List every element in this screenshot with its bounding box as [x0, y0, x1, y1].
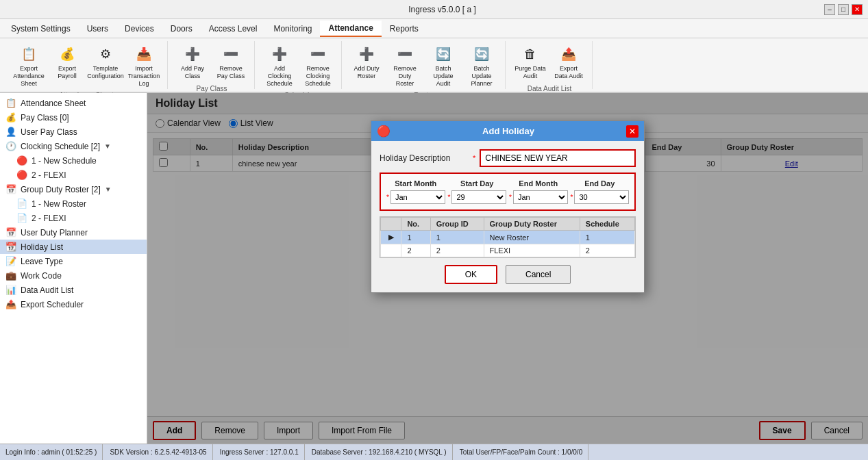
toolbar-group-label: Data Audit List	[528, 85, 571, 92]
sidebar-icon-attendance-sheet: 📋	[5, 98, 16, 108]
sidebar-item-export-scheduler[interactable]: 📤Export Scheduler	[0, 297, 147, 311]
menubar-item-devices[interactable]: Devices	[116, 21, 162, 36]
sidebar-item-clocking-2[interactable]: 🔴2 - FLEXI	[0, 168, 147, 182]
export-data-audit-button[interactable]: 📤ExportData Audit	[551, 41, 586, 84]
purge-data-audit-button[interactable]: 🗑Purge DataAudit	[512, 41, 548, 84]
sidebar-icon-export-scheduler: 📤	[5, 299, 16, 309]
import-transaction-icon: 📥	[134, 44, 153, 64]
export-payroll-button[interactable]: 💰ExportPayroll	[49, 41, 85, 90]
sidebar-item-roster-2[interactable]: 📄2 - FLEXI	[0, 211, 147, 225]
batch-update-planner-button[interactable]: 🔄Batch UpdatePlanner	[464, 41, 499, 90]
sidebar-icon-work-code: 💼	[5, 270, 16, 281]
menubar: System SettingsUsersDevicesDoorsAccess L…	[0, 19, 868, 38]
sidebar-label-work-code: Work Code	[21, 271, 62, 281]
sidebar-item-holiday-list[interactable]: 📆Holiday List	[0, 240, 147, 254]
inner-col-no: No.	[401, 218, 430, 231]
modal-dialog: 🔴 Add Holiday ✕ Holiday Description *	[371, 120, 645, 293]
modal-overlay: 🔴 Add Holiday ✕ Holiday Description *	[147, 93, 868, 444]
toolbar: 📋ExportAttendance Sheet💰ExportPayroll⚙Te…	[0, 38, 868, 93]
sidebar-icon-pay-class: 💰	[5, 112, 16, 123]
sidebar-item-pay-class[interactable]: 💰Pay Class [0]	[0, 110, 147, 125]
description-asterisk: *	[473, 154, 475, 162]
menubar-item-reports[interactable]: Reports	[382, 21, 427, 36]
close-button[interactable]: ✕	[852, 4, 863, 15]
inner-col-expand	[381, 218, 401, 231]
titlebar-controls[interactable]: – □ ✕	[824, 4, 863, 15]
sidebar-item-group-duty-roster[interactable]: 📅Group Duty Roster [2] ▼	[0, 182, 147, 196]
modal-close-button[interactable]: ✕	[626, 125, 638, 138]
menubar-item-doors[interactable]: Doors	[162, 21, 201, 36]
maximize-button[interactable]: □	[838, 4, 849, 15]
menubar-item-attendance[interactable]: Attendance	[320, 21, 381, 37]
toolbar-group: ➕Add ClockingSchedule➖Remove ClockingSch…	[256, 41, 342, 89]
remove-duty-roster-button[interactable]: ➖Remove DutyRoster	[387, 41, 423, 90]
sidebar-item-attendance-sheet[interactable]: 📋Attendance Sheet	[0, 96, 147, 110]
inner-table-wrap: No. Group ID Group Duty Roster Schedule …	[380, 216, 636, 258]
description-label: Holiday Description	[380, 153, 469, 163]
sidebar-item-user-pay-class[interactable]: 👤User Pay Class	[0, 125, 147, 139]
inner-group-duty-roster: FLEXI	[484, 244, 580, 257]
cancel-button[interactable]: Cancel	[506, 265, 571, 284]
add-clocking-schedule-button[interactable]: ➕Add ClockingSchedule	[262, 41, 297, 90]
menubar-item-access-level[interactable]: Access Level	[201, 21, 266, 36]
expand-cell: ▶	[381, 231, 401, 244]
add-clocking-schedule-label: Add ClockingSchedule	[264, 65, 295, 87]
sidebar-item-clocking-schedule[interactable]: 🕐Clocking Schedule [2] ▼	[0, 139, 147, 153]
inner-group-id: 1	[430, 231, 484, 244]
ok-button[interactable]: OK	[445, 265, 497, 284]
end-month-select[interactable]: JanFebMarAprMayJunJulAugSepOctNovDec	[513, 190, 568, 204]
start-month-select[interactable]: JanFebMarAprMayJunJulAugSepOctNovDec	[390, 190, 445, 204]
sidebar-label-holiday-list: Holiday List	[21, 242, 63, 252]
menubar-item-monitoring[interactable]: Monitoring	[265, 21, 320, 36]
sidebar-label-roster-2: 2 - FLEXI	[32, 214, 66, 223]
sidebar-label-roster-1: 1 - New Roster	[32, 199, 86, 209]
remove-clocking-schedule-button[interactable]: ➖Remove ClockingSchedule	[300, 41, 336, 90]
export-attendance-button[interactable]: 📋ExportAttendance Sheet	[11, 41, 47, 90]
sidebar-item-roster-1[interactable]: 📄1 - New Roster	[0, 196, 147, 211]
batch-update-audit-button[interactable]: 🔄Batch UpdateAudit	[425, 41, 461, 90]
import-transaction-button[interactable]: 📥ImportTransaction Log	[126, 41, 162, 90]
modal-icon: 🔴	[377, 125, 390, 138]
sidebar-item-user-duty-planner[interactable]: 📅User Duty Planner	[0, 225, 147, 240]
inner-no: 2	[401, 244, 430, 257]
description-row: Holiday Description *	[380, 149, 636, 167]
sidebar-item-work-code[interactable]: 💼Work Code	[0, 268, 147, 283]
purge-data-audit-label: Purge DataAudit	[514, 65, 546, 80]
remove-pay-class-label: RemovePay Class	[217, 65, 245, 80]
sidebar-icon-clocking-2: 🔴	[16, 170, 27, 180]
inner-table-row[interactable]: ▶ 1 1 New Roster 1	[381, 231, 635, 244]
sidebar-icon-roster-2: 📄	[16, 213, 27, 223]
add-duty-roster-label: Add DutyRoster	[354, 65, 379, 80]
minimize-button[interactable]: –	[824, 4, 835, 15]
main-layout: 📋Attendance Sheet💰Pay Class [0]👤User Pay…	[0, 93, 868, 444]
description-input[interactable]	[484, 152, 632, 164]
menubar-item-users[interactable]: Users	[79, 21, 116, 36]
purge-data-audit-icon: 🗑	[521, 44, 540, 64]
remove-pay-class-button[interactable]: ➖RemovePay Class	[213, 41, 249, 84]
add-pay-class-label: Add PayClass	[181, 65, 204, 80]
sidebar-label-clocking-1: 1 - New Schedule	[32, 156, 97, 166]
app-title: Ingress v5.0.0 [ a ]	[60, 5, 824, 14]
add-pay-class-button[interactable]: ➕Add PayClass	[175, 41, 210, 84]
sidebar-icon-roster-1: 📄	[16, 199, 27, 209]
export-payroll-icon: 💰	[58, 44, 77, 64]
add-duty-roster-button[interactable]: ➕Add DutyRoster	[349, 41, 384, 90]
template-config-button[interactable]: ⚙TemplateConfiguration	[88, 41, 123, 90]
menubar-item-system-settings[interactable]: System Settings	[3, 21, 79, 36]
batch-update-planner-icon: 🔄	[472, 44, 491, 64]
sidebar: 📋Attendance Sheet💰Pay Class [0]👤User Pay…	[0, 93, 147, 444]
template-config-icon: ⚙	[96, 44, 115, 64]
start-day-select[interactable]: 1234567891011121314151617181920212223242…	[451, 190, 506, 204]
sidebar-item-data-audit-list[interactable]: 📊Data Audit List	[0, 283, 147, 297]
sidebar-item-clocking-1[interactable]: 🔴1 - New Schedule	[0, 153, 147, 168]
sidebar-item-leave-type[interactable]: 📝Leave Type	[0, 254, 147, 268]
end-day-label: End Day	[571, 179, 630, 188]
end-day-select[interactable]: 1234567891011121314151617181920212223242…	[574, 190, 629, 204]
inner-table-row[interactable]: 2 2 FLEXI 2	[381, 244, 635, 257]
sidebar-icon-user-pay-class: 👤	[5, 127, 16, 137]
titlebar: Ingress v5.0.0 [ a ] – □ ✕	[0, 0, 868, 19]
end-day-asterisk: *	[571, 194, 573, 201]
expand-cell	[381, 244, 401, 257]
start-day-label: Start Day	[448, 179, 507, 188]
template-config-label: TemplateConfiguration	[87, 65, 124, 80]
